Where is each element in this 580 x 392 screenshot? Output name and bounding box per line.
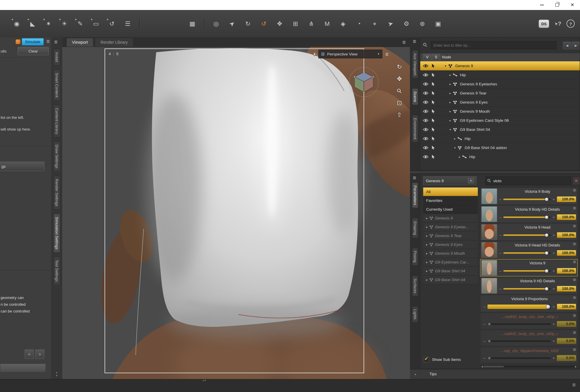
expand-toggle-icon[interactable]: ▸ (425, 252, 429, 255)
parameter-value[interactable]: 100.0% (557, 196, 576, 202)
parameter-value[interactable]: 100.0% (557, 304, 576, 310)
category-row[interactable]: ▸G9 Eyebrows Car... (423, 258, 478, 267)
camera-tool-icon[interactable]: ⌖ (370, 19, 379, 28)
visibility-eye-icon[interactable] (420, 155, 432, 159)
selectable-cursor-icon[interactable] (432, 155, 439, 159)
parameter-slider-item[interactable]: ⚙Victoria 9 Proportions–+100.0% (480, 295, 578, 312)
selectable-cursor-icon[interactable] (432, 64, 439, 68)
parameter-slider-track[interactable] (487, 357, 551, 359)
expand-toggle-icon[interactable]: ▸ (453, 137, 457, 140)
frame-view-icon[interactable]: ⊡ (395, 98, 404, 108)
parameter-slider-item[interactable]: ⚙Victoria 9 Head–+100.0% (480, 223, 578, 241)
expand-toggle-icon[interactable]: ▸ (448, 119, 453, 122)
slider-increment-button[interactable]: + (552, 305, 555, 309)
visibility-eye-icon[interactable] (420, 82, 432, 86)
expand-toggle-icon[interactable]: ▸ (425, 225, 429, 229)
slider-decrement-button[interactable]: – (483, 322, 486, 326)
parameter-value[interactable]: 0.0% (557, 321, 576, 327)
parameter-value[interactable]: 100.0% (557, 286, 576, 292)
slider-thumb[interactable] (545, 233, 549, 237)
parameter-slider-item[interactable]: ⚙Victoria 9 Head HD Details–+100.0% (480, 241, 578, 258)
parameter-slider-track[interactable] (503, 217, 551, 218)
viewport-canvas[interactable]: 4 : 5 ◑ ⊞ Perspective View ▼ ≣ (62, 47, 410, 379)
scroll-right-icon[interactable]: ▶ (575, 366, 577, 368)
slider-increment-button[interactable]: + (552, 197, 555, 201)
category-row[interactable]: Currently Used (423, 205, 478, 214)
slider-decrement-button[interactable]: – (483, 305, 486, 309)
category-row[interactable]: ▸Genesis 9 Eyes (423, 240, 478, 249)
orbit-view-icon[interactable]: ↻ (395, 62, 404, 72)
category-row[interactable]: ▸Genesis 9 (423, 214, 478, 223)
dock-tab-environment[interactable]: Environment (412, 115, 418, 142)
slider-decrement-button[interactable]: – (499, 251, 502, 255)
pan-view-icon[interactable]: ✥ (395, 74, 404, 84)
surface-selection-tool-icon[interactable]: ⚙ (402, 19, 411, 28)
scene-node-row[interactable]: ▾G9 Base Shirt 04 addon (420, 143, 580, 152)
parameter-slider-item[interactable]: ⚙...ria9HD_body_cbs_shin_x90p_r–+0.0% (480, 330, 578, 346)
parameter-gear-icon[interactable]: ⚙ (573, 331, 576, 334)
parameter-slider-track[interactable] (503, 270, 551, 272)
pane-tab-tool-settings[interactable]: Tool Settings (53, 257, 60, 285)
tab-render-library[interactable]: Render Library (95, 38, 133, 47)
pane-tab-simulation-settings[interactable]: Simulation Settings (53, 214, 60, 253)
list-menu-icon[interactable]: ☰ (123, 19, 132, 28)
slider-increment-button[interactable]: + (552, 215, 555, 219)
parameter-slider-track[interactable] (487, 305, 551, 309)
slider-thumb[interactable] (546, 305, 550, 309)
category-row[interactable]: ▸G9 Base Shirt 04 (423, 267, 478, 276)
slider-thumb[interactable] (488, 357, 491, 359)
parameter-search-box[interactable]: ⚲ (485, 176, 571, 185)
scene-node-row[interactable]: ▸Genesis 9 Eyelashes (420, 80, 580, 89)
page-prev-button[interactable]: < (25, 349, 34, 359)
new-spotlight-icon[interactable]: ◣+ (28, 19, 37, 28)
weight-map-tool-icon[interactable]: M (323, 19, 332, 28)
selectable-cursor-icon[interactable] (432, 109, 439, 113)
splitter-handle-icon[interactable]: ▴▾ (203, 379, 206, 382)
scene-node-row[interactable]: ▸Genesis 9 Eyes (420, 98, 580, 107)
left-pane-menu-icon[interactable]: ≣ (46, 39, 50, 43)
parameter-gear-icon[interactable]: ⚙ (573, 206, 576, 210)
scene-node-row[interactable]: ▸Genesis 9 Tear (420, 89, 580, 98)
pointer-tool-icon[interactable]: ➤ (386, 19, 395, 28)
scene-node-row[interactable]: ▸Hip (420, 70, 580, 80)
selectable-cursor-icon[interactable] (432, 100, 439, 104)
expand-toggle-icon[interactable]: ▸ (425, 243, 429, 246)
zoom-view-icon[interactable]: ⚲ (393, 84, 406, 97)
dock-tab-surfaces[interactable]: Surfaces (412, 276, 418, 296)
parameter-gear-icon[interactable]: ⚙ (573, 188, 576, 192)
parameter-gear-icon[interactable]: ⚙ (573, 348, 576, 352)
daz-home-icon[interactable]: DS (539, 19, 549, 28)
parameter-value[interactable]: 100.0% (557, 232, 576, 238)
slider-increment-button[interactable]: + (552, 356, 555, 360)
dock-pane-menu-icon[interactable]: ≣ (54, 40, 58, 44)
home-view-icon[interactable]: ⇧ (395, 110, 404, 120)
dock-splitter[interactable] (410, 171, 580, 174)
slider-thumb[interactable] (488, 340, 491, 342)
scroll-down-icon[interactable]: ▾ (51, 374, 62, 377)
dock-tab-posing[interactable]: Posing (412, 248, 418, 266)
dock-tab-aux-viewport[interactable]: Aux Viewport (412, 50, 418, 78)
parameter-value[interactable]: 100.0% (557, 250, 576, 256)
slider-decrement-button[interactable]: – (499, 215, 502, 219)
dock-pane-menu-icon[interactable]: ≣ (413, 39, 416, 43)
scene-node-row[interactable]: ▸G9 Eyebrows Card Style 06 (420, 116, 580, 125)
parameter-gear-icon[interactable]: ⚙ (573, 296, 576, 300)
slider-thumb[interactable] (545, 251, 549, 255)
expand-toggle-icon[interactable]: ▸ (425, 261, 429, 264)
expand-toggle-icon[interactable]: ▸ (425, 217, 429, 220)
selectable-cursor-icon[interactable] (432, 146, 439, 150)
orbit-plus-icon[interactable]: ↺+ (107, 19, 116, 28)
new-camera-icon[interactable]: ◉+ (12, 19, 21, 28)
new-point-light-icon[interactable]: ✶+ (44, 19, 53, 28)
scrollbar-thumb[interactable] (483, 366, 504, 367)
slider-decrement-button[interactable]: – (499, 197, 502, 201)
parameter-value[interactable]: 0.0% (557, 338, 576, 344)
show-sub-items-toggle[interactable]: ✔ Show Sub Items (424, 357, 461, 362)
category-row[interactable]: ▸G9 Base Shirt 04 (423, 276, 478, 284)
slider-increment-button[interactable]: + (552, 322, 555, 326)
selectable-cursor-icon[interactable] (432, 82, 439, 86)
parameter-slider-item[interactable]: ⚙Victoria 9 Body–+100.0% (480, 187, 578, 205)
tab-scroll-arrows[interactable]: ▴ ▾ (51, 371, 62, 377)
column-selectability[interactable]: S (432, 54, 440, 61)
scene-node-row[interactable]: ▸Hip (420, 152, 580, 161)
